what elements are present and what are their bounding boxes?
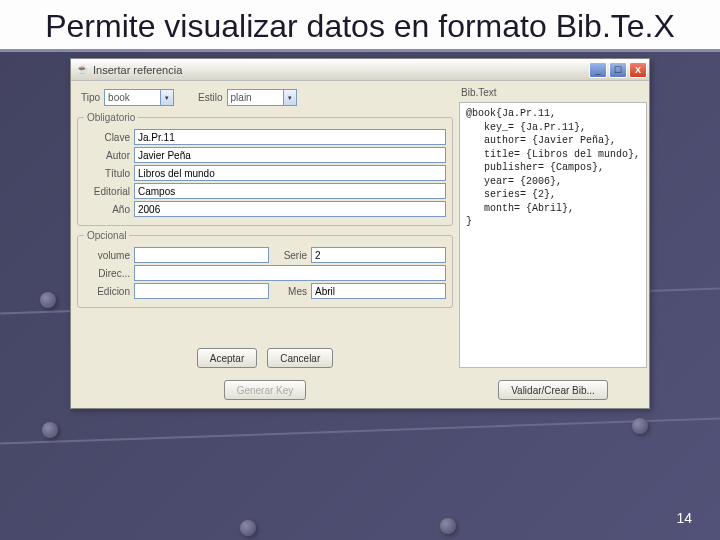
minimize-button[interactable]: _ [589,62,607,78]
bibtex-output[interactable]: @book{Ja.Pr.11, key_= {Ja.Pr.11}, author… [459,102,647,368]
volume-label: volume [84,250,130,261]
titulo-label: Título [84,168,130,179]
edicion-label: Edicion [84,286,130,297]
clave-label: Clave [84,132,130,143]
chevron-down-icon: ▾ [283,90,296,105]
close-button[interactable]: X [629,62,647,78]
tipo-label: Tipo [81,92,100,103]
opcional-fieldset: Opcional volume Serie Direc... Edicion M… [77,230,453,308]
dialog-window: ☕ Insertar referencia _ ☐ X Tipo book ▾ … [70,58,650,409]
edicion-input[interactable] [134,283,269,299]
maximize-button[interactable]: ☐ [609,62,627,78]
titlebar[interactable]: ☕ Insertar referencia _ ☐ X [71,59,649,81]
tipo-combo[interactable]: book ▾ [104,89,174,106]
bibtext-label: Bib.Text [459,87,647,98]
direc-label: Direc... [84,268,130,279]
clave-input[interactable] [134,129,446,145]
slide-title: Permite visualizar datos en formato Bib.… [0,0,720,52]
cancelar-button[interactable]: Cancelar [267,348,333,368]
serie-input[interactable] [311,247,446,263]
autor-input[interactable] [134,147,446,163]
generar-key-button[interactable]: Generar Key [224,380,307,400]
titulo-input[interactable] [134,165,446,181]
estilo-value: plain [231,92,252,103]
java-icon: ☕ [75,63,89,77]
ano-input[interactable] [134,201,446,217]
mes-input[interactable] [311,283,446,299]
serie-label: Serie [273,250,307,261]
aceptar-button[interactable]: Aceptar [197,348,257,368]
window-title: Insertar referencia [93,64,182,76]
editorial-label: Editorial [84,186,130,197]
volume-input[interactable] [134,247,269,263]
validar-button[interactable]: Validar/Crear Bib... [498,380,608,400]
page-number: 14 [676,510,692,526]
obligatorio-fieldset: Obligatorio Clave Autor Título Editorial… [77,112,453,226]
opcional-legend: Opcional [84,230,129,241]
ano-label: Año [84,204,130,215]
autor-label: Autor [84,150,130,161]
mes-label: Mes [273,286,307,297]
estilo-combo[interactable]: plain ▾ [227,89,297,106]
estilo-label: Estilo [198,92,222,103]
editorial-input[interactable] [134,183,446,199]
tipo-value: book [108,92,130,103]
direc-input[interactable] [134,265,446,281]
chevron-down-icon: ▾ [160,90,173,105]
obligatorio-legend: Obligatorio [84,112,138,123]
